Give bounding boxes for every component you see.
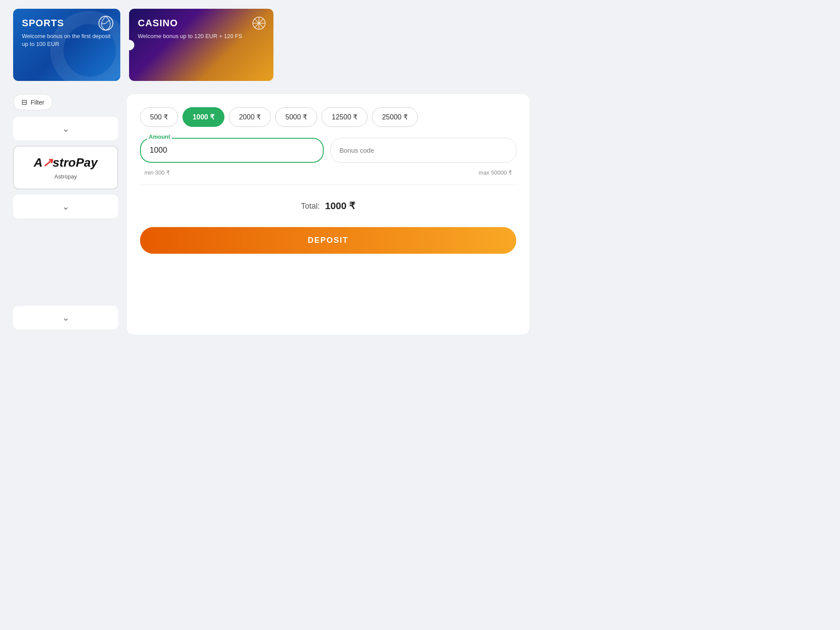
astropay-logo: A↗stroPay [34, 155, 98, 170]
casino-banner-subtitle: Welcome bonus up to 120 EUR + 120 FS [138, 32, 265, 40]
chevron-down-icon-2: ⌄ [62, 201, 70, 212]
amount-label: Amount [147, 133, 172, 140]
casino-icon [251, 15, 267, 31]
deposit-panel: 500 ₹ 1000 ₹ 2000 ₹ 5000 ₹ 12500 ₹ 25000… [127, 94, 529, 335]
svg-point-0 [99, 16, 113, 30]
amount-btn-25000[interactable]: 25000 ₹ [372, 107, 418, 127]
total-row: Total: 1000 ₹ [140, 194, 516, 218]
sports-banner-title: SPORTS [22, 18, 112, 29]
filter-icon: ⊟ [21, 98, 27, 106]
filter-label: Filter [31, 99, 44, 106]
payment-card-astropay[interactable]: A↗stroPay Astropay [13, 146, 118, 189]
sidebar-section-3: ⌄ [13, 306, 118, 329]
sidebar-section-1: ⌄ [13, 117, 118, 140]
amount-btn-2000[interactable]: 2000 ₹ [229, 107, 271, 127]
amount-btn-1000[interactable]: 1000 ₹ [182, 107, 224, 127]
sidebar-toggle-2[interactable]: ⌄ [13, 195, 118, 218]
bonus-code-input[interactable] [330, 138, 516, 163]
chevron-down-icon-1: ⌄ [62, 123, 70, 134]
limits-row: min 300 ₹ max 50000 ₹ [140, 167, 516, 176]
deposit-button[interactable]: DEPOSIT [140, 227, 516, 254]
total-amount: 1000 ₹ [325, 200, 355, 212]
total-label: Total: [301, 202, 320, 211]
amount-btn-500[interactable]: 500 ₹ [140, 107, 178, 127]
sports-banner[interactable]: SPORTS Welcome bonus on the first deposi… [13, 9, 120, 81]
sidebar: ⊟ Filter ⌄ A↗stroPay Astropay ⌄ [13, 94, 118, 335]
payment-method-name: Astropay [54, 173, 77, 180]
casino-banner-title: CASINO [138, 18, 265, 29]
input-row: Amount [140, 138, 516, 163]
casino-banner[interactable]: CASINO Welcome bonus up to 120 EUR + 120… [129, 9, 273, 81]
min-limit: min 300 ₹ [144, 169, 170, 176]
amount-btn-5000[interactable]: 5000 ₹ [275, 107, 317, 127]
filter-button[interactable]: ⊟ Filter [13, 94, 52, 110]
amount-input[interactable] [140, 138, 324, 163]
amount-field-wrapper: Amount [140, 138, 324, 163]
amount-btn-12500[interactable]: 12500 ₹ [322, 107, 368, 127]
divider [140, 185, 516, 185]
sidebar-toggle-1[interactable]: ⌄ [13, 117, 118, 140]
amount-buttons: 500 ₹ 1000 ₹ 2000 ₹ 5000 ₹ 12500 ₹ 25000… [140, 107, 516, 127]
main-content: ⊟ Filter ⌄ A↗stroPay Astropay ⌄ [0, 90, 840, 339]
banners-section: SPORTS Welcome bonus on the first deposi… [0, 0, 840, 90]
sports-icon [98, 15, 114, 31]
max-limit: max 50000 ₹ [479, 169, 512, 176]
sports-banner-subtitle: Welcome bonus on the first deposit up to… [22, 32, 112, 48]
chevron-down-icon-3: ⌄ [62, 312, 70, 323]
sidebar-toggle-3[interactable]: ⌄ [13, 306, 118, 329]
sidebar-section-2: ⌄ [13, 195, 118, 218]
